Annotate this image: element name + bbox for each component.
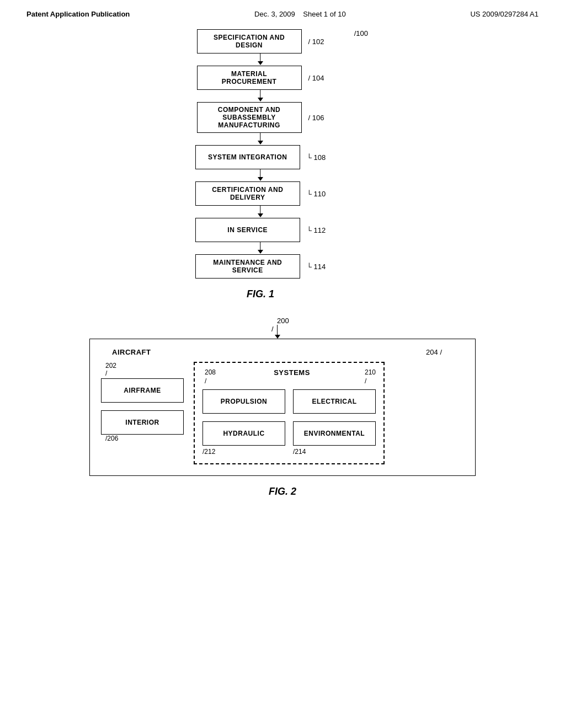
flowchart: SPECIFICATION ANDDESIGN / 102 MATERIALPR…: [195, 29, 326, 279]
flow-row-5: CERTIFICATION ANDDELIVERY └ 110: [195, 181, 326, 206]
fig2-grid: PROPULSION ELECTRICAL HYDRAULI: [202, 389, 376, 446]
fig1-top-ref: /100: [354, 29, 368, 38]
fig2-propulsion-box: PROPULSION: [202, 389, 285, 414]
arrow-1: [208, 53, 313, 66]
header-date: Dec. 3, 2009 Sheet 1 of 10: [254, 10, 346, 18]
fig2-systems-label: SYSTEMS: [274, 368, 310, 377]
fig2-propulsion-item: PROPULSION: [202, 389, 285, 414]
fig2-aircraft-label: AIRCRAFT: [101, 348, 151, 356]
fig2-ref-212: /212: [202, 448, 285, 456]
fig2-hydraulic-item: HYDRAULIC: [202, 421, 285, 446]
fig2-sys-ref-left: 208: [205, 368, 216, 376]
flow-box-maintenance: MAINTENANCE ANDSERVICE: [195, 254, 300, 279]
fig2-aircraft-row: AIRCRAFT 204 /: [101, 348, 464, 356]
flow-row-2: MATERIALPROCUREMENT / 104: [197, 66, 324, 90]
header-left: Patent Application Publication: [26, 10, 130, 18]
fig2-airframe-box: AIRFRAME: [101, 378, 184, 403]
fig2-dashed-systems: 208 / SYSTEMS 210 /: [194, 362, 385, 464]
arrow-4: [208, 169, 313, 181]
fig2-airframe-item: 202/ AIRFRAME: [101, 362, 184, 403]
flow-row-7: MAINTENANCE ANDSERVICE └ 114: [195, 254, 326, 279]
arrow-2: [208, 90, 313, 102]
page-header: Patent Application Publication Dec. 3, 2…: [0, 0, 565, 24]
fig2-environmental-item: ENVIRONMENTAL: [293, 421, 376, 446]
fig2-ref-214: /214: [293, 448, 376, 456]
fig2-aircraft-ref: 204 /: [426, 348, 464, 356]
ref-102: / 102: [308, 38, 324, 46]
fig2-outer-box: AIRCRAFT 204 / 202/ AIRFRAME: [89, 339, 476, 476]
fig2-sys-ref-right: 210: [365, 368, 376, 376]
fig2-systems-header: 208 / SYSTEMS 210 /: [202, 368, 376, 385]
flow-row-6: IN SERVICE └ 112: [195, 218, 326, 242]
ref-112: └ 112: [307, 226, 326, 234]
fig2-interior-box: INTERIOR: [101, 410, 184, 435]
flow-row-3: COMPONENT ANDSUBASSEMBLYMANUFACTURING / …: [197, 102, 324, 133]
main-content: /100 SPECIFICATION ANDDESIGN / 102 MATER…: [0, 24, 565, 508]
ref-104: / 104: [308, 74, 324, 82]
arrow-3: [208, 133, 313, 145]
fig1-caption: FIG. 1: [247, 288, 274, 300]
fig2-interior-ref: /206: [105, 435, 118, 442]
fig2-top-ref: 200: [277, 317, 289, 325]
flow-box-sysint: SYSTEM INTEGRATION: [195, 145, 300, 169]
fig2-interior-item: INTERIOR /206: [101, 410, 184, 443]
fig2-hydraulic-box: HYDRAULIC: [202, 421, 285, 446]
ref-110: └ 110: [307, 190, 326, 198]
ref-106: / 106: [308, 114, 324, 122]
header-patent-number: US 2009/0297284 A1: [470, 10, 539, 18]
ref-108: └ 108: [307, 153, 326, 162]
fig2-systems-row: 202/ AIRFRAME INTERIOR /206: [101, 362, 464, 464]
fig2-electrical-item: ELECTRICAL: [293, 389, 376, 414]
flow-box-cert: CERTIFICATION ANDDELIVERY: [195, 181, 300, 206]
flow-box-material: MATERIALPROCUREMENT: [197, 66, 302, 90]
flow-row-4: SYSTEM INTEGRATION └ 108: [195, 145, 326, 169]
fig2-section: 200 / AIRCRAFT 204 /: [26, 317, 539, 497]
arrow-6: [208, 242, 313, 254]
fig2-environmental-box: ENVIRONMENTAL: [293, 421, 376, 446]
fig2-airframe-ref: 202/: [105, 362, 116, 377]
flow-box-spec: SPECIFICATION ANDDESIGN: [197, 29, 302, 53]
flow-row-1: SPECIFICATION ANDDESIGN / 102: [197, 29, 324, 53]
fig1-container: /100 SPECIFICATION ANDDESIGN / 102 MATER…: [26, 29, 539, 300]
fig2-bottom-refs: /212 /214: [202, 448, 376, 456]
flow-box-inservice: IN SERVICE: [195, 218, 300, 242]
ref-114: └ 114: [307, 263, 326, 271]
arrow-5: [208, 206, 313, 218]
fig2-caption: FIG. 2: [269, 486, 296, 497]
fig2-left-col: 202/ AIRFRAME INTERIOR /206: [101, 362, 184, 443]
flow-box-component: COMPONENT ANDSUBASSEMBLYMANUFACTURING: [197, 102, 302, 133]
fig2-electrical-box: ELECTRICAL: [293, 389, 376, 414]
